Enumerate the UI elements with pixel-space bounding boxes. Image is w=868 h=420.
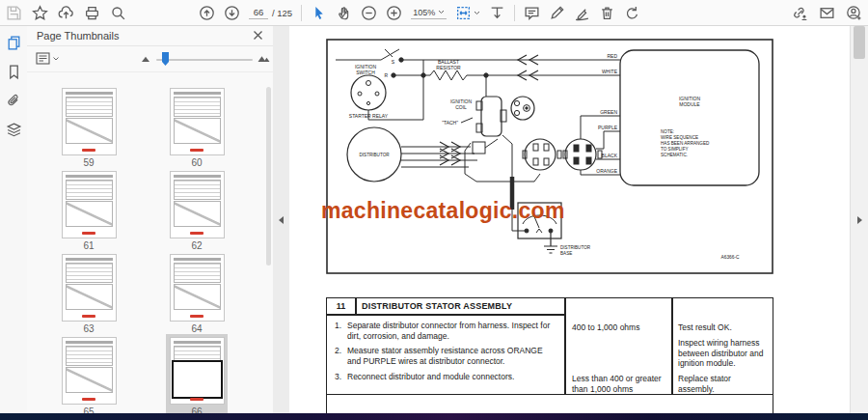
os-taskbar[interactable]	[0, 413, 868, 420]
purple-wire	[596, 131, 620, 149]
small-thumbnails-icon[interactable]	[141, 54, 151, 63]
panel-header: Page Thumbnails	[27, 25, 273, 46]
thumbnail-page-number: 64	[191, 323, 202, 334]
thumbnail-page-number: 61	[83, 240, 94, 251]
select-tool-icon[interactable]	[311, 5, 327, 21]
chevron-down-icon	[53, 57, 59, 61]
slider-track[interactable]	[156, 59, 253, 61]
svg-text:SCHEMATIC.: SCHEMATIC.	[661, 153, 688, 157]
page-thumbnail-62[interactable]	[170, 171, 225, 238]
svg-text:TO SIMPLIFY: TO SIMPLIFY	[661, 147, 689, 152]
watermark-mark	[82, 398, 95, 401]
watermark-mark	[82, 315, 95, 318]
fit-width-icon[interactable]	[455, 5, 472, 21]
zoom-out-icon[interactable]	[361, 5, 377, 21]
signature-icon[interactable]	[574, 5, 590, 21]
white-wire-ballast-resistor	[393, 70, 620, 80]
undo-icon[interactable]	[624, 5, 640, 21]
table-gridline	[327, 314, 564, 316]
label-red: RED	[607, 53, 617, 59]
watermark-text: machinecatalogic.com	[321, 198, 565, 224]
account-icon[interactable]	[846, 5, 862, 21]
page-thumbnail-65[interactable]	[62, 337, 117, 405]
test-steps: 1. Separate distributor connector from h…	[335, 321, 558, 386]
label-starter-relay: STARTER RELAY	[349, 113, 389, 119]
thumbnail-page-number: 60	[191, 157, 202, 168]
label-black: BLACK	[602, 153, 618, 158]
svg-text:SWITCH: SWITCH	[356, 70, 375, 75]
page-thumbnail-61[interactable]	[62, 171, 117, 238]
ground-symbol	[544, 233, 557, 253]
svg-text:RESISTOR: RESISTOR	[436, 65, 461, 70]
test-procedure-table: 11 DISTRIBUTOR STATOR ASSEMBLY 1. Separa…	[326, 297, 773, 395]
zoom-level-select[interactable]: 105%	[411, 7, 447, 19]
svg-text:COIL: COIL	[455, 104, 467, 110]
panel-toolbar	[27, 46, 273, 72]
chevron-down-icon[interactable]	[474, 11, 480, 15]
page-thumbnail-60[interactable]	[170, 88, 225, 155]
pdf-page[interactable]: IGNITION SWITCH STARTER RELAY BALLAST RE…	[289, 25, 850, 413]
expand-right-icon[interactable]	[857, 216, 862, 224]
document-scrollbar-strip[interactable]	[850, 25, 868, 413]
panel-collapse-gutter[interactable]	[273, 25, 289, 413]
svg-text:BASE: BASE	[560, 251, 572, 256]
panel-scrollbar[interactable]	[266, 87, 271, 266]
thumbnail-cell: 64	[143, 251, 251, 334]
page-up-icon[interactable]	[199, 5, 215, 21]
thumbnail-options-button[interactable]	[36, 52, 59, 65]
label-distributor-base: DISTRIBUTOR	[560, 245, 591, 250]
label-r-terminal: R	[384, 72, 388, 78]
star-icon[interactable]	[32, 5, 48, 21]
attachments-icon[interactable]	[6, 93, 22, 109]
thumbnail-grid: 59 60 61 62 63 64 65 66	[35, 85, 266, 417]
table-gridline	[564, 298, 566, 394]
trash-icon[interactable]	[599, 5, 615, 21]
large-thumbnails-icon[interactable]	[258, 52, 270, 63]
page-down-icon[interactable]	[224, 5, 240, 21]
print-icon[interactable]	[84, 5, 100, 21]
page-thumbnails-panel: Page Thumbnails 59 60 61 62	[27, 25, 273, 413]
next-table-row-partial	[326, 395, 773, 413]
collapse-left-icon[interactable]	[279, 216, 284, 224]
wiring-diagram: IGNITION SWITCH STARTER RELAY BALLAST RE…	[326, 39, 773, 274]
share-link-icon[interactable]	[792, 5, 808, 21]
bookmarks-icon[interactable]	[6, 64, 22, 80]
page-thumbnail-66[interactable]	[170, 337, 225, 405]
ignition-switch-symbol	[336, 49, 399, 60]
page-thumbnails-icon[interactable]	[6, 35, 22, 51]
thumbnail-cell: 61	[35, 168, 143, 251]
email-icon[interactable]	[819, 5, 835, 21]
save-icon[interactable]	[6, 5, 22, 21]
panel-title: Page Thumbnails	[37, 30, 119, 42]
search-icon[interactable]	[110, 5, 126, 21]
thumbnail-cell: 62	[143, 168, 251, 251]
current-view-indicator[interactable]	[172, 360, 223, 399]
table-gridline	[355, 298, 357, 314]
close-icon[interactable]	[252, 29, 264, 42]
comment-icon[interactable]	[524, 5, 540, 21]
pencil-icon[interactable]	[549, 5, 565, 21]
page-thumbnail-63[interactable]	[62, 254, 117, 322]
scrollbar-thumb[interactable]	[854, 26, 865, 59]
test-action: Test result OK.	[678, 322, 769, 333]
thumbnail-cell: 63	[35, 251, 143, 334]
slider-thumb[interactable]	[162, 52, 169, 66]
test-result-range: Less than 400 or greater than 1,000 ohms	[572, 374, 668, 394]
watermark-mark	[190, 232, 203, 235]
page-number-input[interactable]: 66	[249, 6, 268, 19]
fit-visible-icon[interactable]	[489, 5, 505, 21]
zoom-in-icon[interactable]	[386, 5, 402, 21]
layers-icon[interactable]	[6, 122, 22, 138]
toolbar-center-group: 66 / 125 105%	[199, 0, 640, 25]
page-total-label: / 125	[272, 8, 292, 18]
page-thumbnail-59[interactable]	[62, 88, 117, 155]
hand-tool-icon[interactable]	[336, 5, 352, 21]
thumbnail-size-slider	[141, 49, 270, 69]
cloud-upload-icon[interactable]	[58, 5, 74, 21]
tach-pointer	[461, 118, 473, 123]
page-thumbnail-64[interactable]	[170, 254, 225, 322]
svg-text:MODULE: MODULE	[679, 101, 700, 107]
relay-feed-wire	[368, 60, 423, 120]
thumbnail-page-number: 59	[83, 157, 94, 168]
label-green: GREEN	[600, 109, 617, 115]
